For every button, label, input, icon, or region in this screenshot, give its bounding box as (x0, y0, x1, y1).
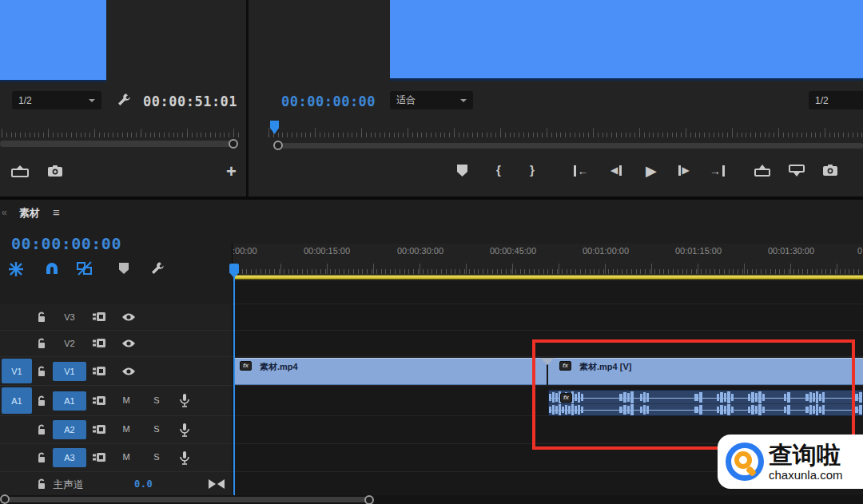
lock-icon[interactable] (37, 424, 46, 435)
program-timecode[interactable]: 00:00:00:00 (281, 93, 376, 109)
mute-toggle[interactable]: M (120, 452, 133, 462)
source-resolution-dropdown[interactable]: 1/2 (12, 91, 101, 109)
source-ruler-major (2, 129, 241, 137)
nest-insert-toggle-icon[interactable] (8, 261, 24, 277)
mic-icon[interactable] (180, 394, 189, 407)
snap-magnet-icon[interactable] (45, 261, 59, 276)
eye-toggle-icon[interactable] (121, 312, 136, 322)
sync-lock-icon[interactable] (93, 367, 105, 376)
track-target-a2[interactable]: A2 (53, 420, 86, 439)
panel-divider-vertical[interactable] (246, 0, 249, 196)
ruler-label: 00:01:30:00 (768, 246, 814, 256)
bowtie-keyframe-icon[interactable] (209, 479, 225, 489)
ruler-label: 00:01:00:00 (583, 246, 629, 256)
master-level-value[interactable]: 0.0 (134, 478, 153, 490)
sync-lock-icon[interactable] (93, 396, 105, 406)
watermark-logo (726, 442, 764, 481)
solo-toggle[interactable]: S (150, 424, 163, 434)
track-target-v1[interactable]: V1 (53, 362, 86, 381)
go-to-in-icon[interactable]: ← (574, 165, 589, 177)
timeline-playhead-line[interactable] (233, 276, 235, 495)
master-track-label: 主声道 (53, 478, 84, 492)
mark-out-icon[interactable]: } (530, 163, 535, 177)
sync-lock-icon[interactable] (93, 425, 105, 435)
timeline-hscroll-handle[interactable] (2, 497, 370, 502)
program-resolution-value: 1/2 (815, 95, 829, 106)
button-editor-plus[interactable]: + (226, 161, 237, 182)
track-target-a1[interactable]: A1 (53, 391, 86, 411)
track-target-v3[interactable]: V3 (53, 308, 86, 327)
eye-toggle-icon[interactable] (121, 339, 136, 348)
program-fit-value: 适合 (396, 93, 416, 107)
clip-video-1[interactable]: fx 素材.mp4 (234, 358, 547, 385)
lock-icon[interactable] (37, 478, 46, 490)
mark-in-icon[interactable]: { (496, 163, 501, 177)
track-content-empty-strip[interactable] (232, 281, 863, 304)
track-header-a1: A1 A1 M S (0, 386, 232, 416)
render-bar-yellow (234, 275, 863, 280)
lock-icon[interactable] (37, 312, 46, 323)
mic-icon[interactable] (180, 451, 189, 465)
track-target-v2[interactable]: V2 (53, 334, 86, 353)
sync-lock-icon[interactable] (93, 312, 105, 322)
panel-collapse-chevron[interactable]: « (2, 207, 7, 218)
annotation-red-rectangle (532, 339, 855, 450)
panel-menu-icon[interactable]: ≡ (53, 205, 60, 219)
source-resolution-value: 1/2 (18, 95, 32, 106)
track-header-master: 主声道 0.0 (0, 472, 232, 495)
sync-lock-icon[interactable] (93, 453, 105, 462)
ruler-label: :00:00 (233, 246, 257, 256)
linked-selection-icon[interactable] (77, 261, 93, 276)
lift-icon[interactable] (754, 165, 770, 177)
sync-lock-icon[interactable] (93, 339, 105, 348)
track-header-v2: V2 (0, 331, 232, 357)
program-scrollbar-grip[interactable] (273, 141, 283, 150)
program-fit-dropdown[interactable]: 适合 (390, 91, 473, 109)
source-settings-wrench-icon[interactable] (117, 93, 131, 107)
watermark-site: chaxunla.com (769, 469, 843, 481)
program-export-frame-camera-icon[interactable] (823, 165, 837, 176)
step-forward-icon[interactable]: ▶ (678, 165, 690, 176)
scroll-grip-right[interactable] (364, 495, 374, 504)
source-monitor-video (0, 0, 106, 82)
ruler-label: 00:00:30:00 (397, 246, 443, 256)
watermark: 查询啦 chaxunla.com (718, 435, 863, 489)
ruler-label: 00:01:15:00 (675, 246, 722, 256)
track-content-v3[interactable] (232, 304, 863, 331)
lock-icon[interactable] (37, 395, 46, 407)
ruler-label: 00:00:15:00 (304, 246, 350, 256)
source-scrollbar-grip[interactable] (229, 139, 238, 149)
scroll-grip-left[interactable] (0, 494, 10, 504)
program-monitor-video (390, 0, 863, 81)
timeline-settings-wrench-icon[interactable] (150, 261, 165, 276)
insert-icon[interactable] (11, 165, 29, 177)
lock-icon[interactable] (37, 452, 46, 463)
mic-icon[interactable] (180, 423, 189, 437)
source-zoom-scrollbar[interactable] (0, 141, 237, 147)
track-header-v3: V3 (0, 304, 232, 331)
timeline-ruler-ticks-major (234, 264, 863, 274)
timeline-ruler-labels: :00:00 00:00:15:00 00:00:30:00 00:00:45:… (232, 246, 863, 257)
lock-icon[interactable] (37, 366, 46, 377)
timeline-timecode[interactable]: 00:00:00:00 (11, 234, 121, 253)
play-icon[interactable]: ▶ (646, 162, 657, 180)
watermark-title: 查询啦 (769, 443, 843, 467)
track-target-a3[interactable]: A3 (53, 448, 86, 467)
mute-toggle[interactable]: M (120, 395, 133, 405)
export-frame-camera-icon[interactable] (48, 165, 62, 177)
source-timecode[interactable]: 00:00:51:01 (143, 93, 237, 109)
lock-icon[interactable] (37, 338, 46, 349)
mute-toggle[interactable]: M (120, 424, 133, 434)
clip-name: 素材.mp4 (260, 361, 298, 373)
source-patch-a1[interactable]: A1 (2, 387, 32, 414)
solo-toggle[interactable]: S (150, 395, 163, 405)
extract-icon[interactable] (789, 165, 805, 177)
tab-timeline-sequence[interactable]: 素材 (19, 206, 40, 220)
source-patch-v1[interactable]: V1 (2, 359, 32, 383)
eye-toggle-icon[interactable] (121, 367, 136, 376)
solo-toggle[interactable]: S (150, 452, 163, 462)
program-zoom-scrollbar[interactable] (281, 143, 863, 149)
step-back-icon[interactable]: ◀ (610, 165, 622, 176)
program-resolution-dropdown[interactable]: 1/2 (809, 91, 863, 109)
go-to-out-icon[interactable]: → (710, 165, 725, 177)
